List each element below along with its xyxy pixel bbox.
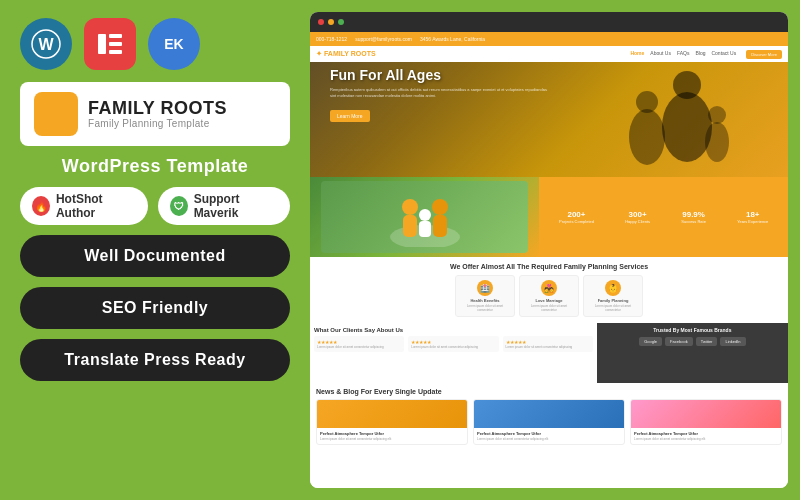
testimonials-section: What Our Clients Say About Us ★★★★★ Lore…: [310, 323, 597, 383]
svg-point-11: [708, 106, 726, 124]
hero-silhouette: [525, 32, 788, 177]
service-family-name: Family Planning: [588, 298, 638, 303]
brand-card: FAMILY ROOTS Family Planning Template: [20, 82, 290, 146]
family-photo: [310, 177, 539, 257]
blog-grid: Perfect Atmosphere Tempor Utfor Lorem ip…: [316, 399, 782, 445]
blog-content-2: Perfect Atmosphere Tempor Utfor Lorem ip…: [474, 428, 624, 444]
service-love: 💑 Love Marriage Lorem ipsum dolor sit am…: [519, 275, 579, 317]
feature-translate-press: Translate Press Ready: [20, 339, 290, 381]
blog-img-3: [631, 400, 781, 428]
brand-logo-icon: [34, 92, 78, 136]
service-love-desc: Lorem ipsum dolor sit amet consectetur: [524, 304, 574, 312]
badges-row: 🔥 HotShot Author 🛡 Support Maverik: [20, 187, 290, 225]
testimonial-1: ★★★★★ Lorem ipsum dolor sit amet consect…: [314, 336, 404, 352]
service-love-icon: 💑: [541, 280, 557, 296]
stat-success: 99.9% Success Rate: [681, 210, 706, 224]
hero-text: Rempteribus autem quibusdem at out offic…: [330, 87, 549, 98]
svg-rect-5: [109, 50, 122, 54]
svg-rect-4: [109, 42, 122, 46]
family-stats-row: 200+ Projects Completed 300+ Happy Clien…: [310, 177, 788, 257]
svg-rect-18: [419, 221, 431, 237]
wp-template-label: WordPress Template: [20, 156, 290, 177]
svg-rect-3: [109, 34, 122, 38]
hero-btn: Learn More: [330, 110, 370, 122]
svg-point-8: [629, 109, 665, 165]
trusted-google: Google: [639, 337, 662, 346]
family-photo-inner: [321, 181, 527, 253]
browser-nav: [310, 12, 788, 32]
svg-rect-14: [403, 215, 417, 237]
services-grid: 🏥 Health Benefits Lorem ipsum dolor sit …: [316, 275, 782, 317]
trusted-linkedin: LinkedIn: [720, 337, 745, 346]
service-family-desc: Lorem ipsum dolor sit amet consectetur: [588, 304, 638, 312]
blog-section: News & Blog For Every Single Update Perf…: [310, 383, 788, 488]
brand-title: FAMILY ROOTS: [88, 99, 227, 119]
svg-point-15: [432, 199, 448, 215]
service-health: 🏥 Health Benefits Lorem ipsum dolor sit …: [455, 275, 515, 317]
blog-post-3: Perfect Atmosphere Tempor Utfor Lorem ip…: [630, 399, 782, 445]
service-love-name: Love Marriage: [524, 298, 574, 303]
blog-post-2: Perfect Atmosphere Tempor Utfor Lorem ip…: [473, 399, 625, 445]
topbar-phone: 000-718-1212: [316, 36, 347, 42]
trusted-facebook: Facebook: [665, 337, 693, 346]
service-health-icon: 🏥: [477, 280, 493, 296]
feature-seo-friendly: SEO Friendly: [20, 287, 290, 329]
svg-point-17: [419, 209, 431, 221]
services-section: We Offer Almost All The Required Family …: [310, 257, 788, 323]
topbar-address: 3456 Awards Lane, California: [420, 36, 485, 42]
left-panel: W EK FAMILY ROOTS Family Planning Templa…: [0, 0, 310, 500]
stat-experience: 18+ Years Experience: [737, 210, 768, 224]
testimonial-3: ★★★★★ Lorem ipsum dolor sit amet consect…: [503, 336, 593, 352]
svg-point-7: [673, 71, 701, 99]
testimonials-title: What Our Clients Say About Us: [314, 327, 593, 333]
brand-text-col: FAMILY ROOTS Family Planning Template: [88, 99, 227, 130]
trusted-twitter: Twitter: [696, 337, 718, 346]
blog-img-1: [317, 400, 467, 428]
nav-dot-yellow: [328, 19, 334, 25]
support-icon: 🛡: [170, 196, 188, 216]
hotshot-icon: 🔥: [32, 196, 50, 216]
blog-title: News & Blog For Every Single Update: [316, 388, 782, 395]
stat-projects: 200+ Projects Completed: [559, 210, 594, 224]
top-icons-row: W EK: [20, 18, 290, 70]
wordpress-icon: W: [20, 18, 72, 70]
nav-dot-green: [338, 19, 344, 25]
trusted-logos: Google Facebook Twitter LinkedIn: [601, 337, 784, 346]
service-family-icon: 👶: [605, 280, 621, 296]
support-label: Support Maverik: [194, 192, 278, 220]
trusted-section: Trusted By Most Famous Brands Google Fac…: [597, 323, 788, 383]
support-maverik-badge: 🛡 Support Maverik: [158, 187, 290, 225]
blog-content-3: Perfect Atmosphere Tempor Utfor Lorem ip…: [631, 428, 781, 444]
svg-text:W: W: [38, 36, 54, 53]
services-title: We Offer Almost All The Required Family …: [316, 263, 782, 270]
hotshot-author-badge: 🔥 HotShot Author: [20, 187, 148, 225]
svg-point-6: [662, 92, 712, 162]
svg-point-9: [636, 91, 658, 113]
hero-title: Fun For All Ages: [330, 67, 549, 83]
hotshot-label: HotShot Author: [56, 192, 136, 220]
topbar-email: support@familyroots.com: [355, 36, 412, 42]
trusted-title: Trusted By Most Famous Brands: [601, 327, 784, 333]
service-family: 👶 Family Planning Lorem ipsum dolor sit …: [583, 275, 643, 317]
preview-hero: 000-718-1212 support@familyroots.com 345…: [310, 32, 788, 177]
stat-clients: 300+ Happy Clients: [625, 210, 650, 224]
elementkit-icon: EK: [148, 18, 200, 70]
blog-post-1: Perfect Atmosphere Tempor Utfor Lorem ip…: [316, 399, 468, 445]
svg-rect-2: [98, 34, 106, 54]
preview-brand: ✦ FAMILY ROOTS: [316, 50, 376, 58]
testimonial-2: ★★★★★ Lorem ipsum dolor sit amet consect…: [408, 336, 498, 352]
stats-bar: 200+ Projects Completed 300+ Happy Clien…: [539, 177, 788, 257]
testimonials-list: ★★★★★ Lorem ipsum dolor sit amet consect…: [314, 336, 593, 352]
svg-rect-16: [433, 215, 447, 237]
feature-well-documented: Well Documented: [20, 235, 290, 277]
blog-content-1: Perfect Atmosphere Tempor Utfor Lorem ip…: [317, 428, 467, 444]
brand-subtitle: Family Planning Template: [88, 118, 227, 129]
website-preview: 000-718-1212 support@familyroots.com 345…: [310, 12, 788, 488]
service-health-name: Health Benefits: [460, 298, 510, 303]
svg-point-10: [705, 122, 729, 162]
elementor-icon: [84, 18, 136, 70]
svg-point-13: [402, 199, 418, 215]
blog-img-2: [474, 400, 624, 428]
testimonials-trusted-row: What Our Clients Say About Us ★★★★★ Lore…: [310, 323, 788, 383]
nav-dot-red: [318, 19, 324, 25]
